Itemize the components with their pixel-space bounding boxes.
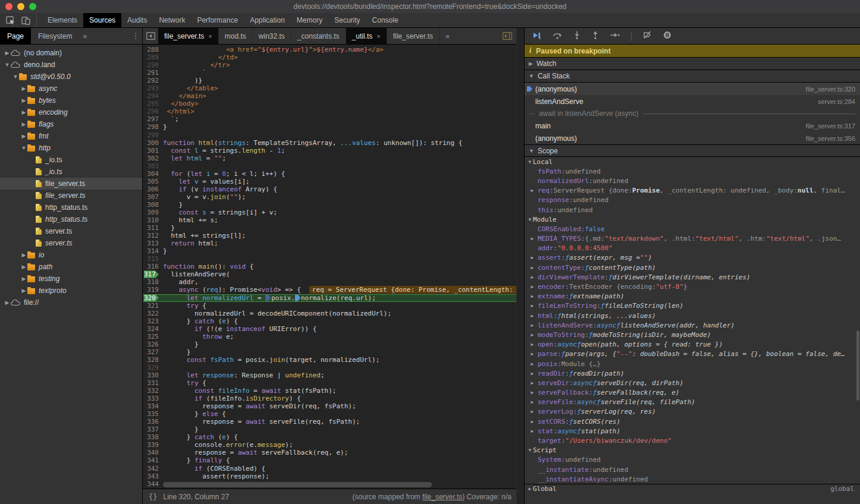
editor-tab-mod-ts[interactable]: mod.ts — [219, 28, 253, 44]
code-line-288[interactable]: 288 <a href="${entry.url}">${entry.name}… — [143, 46, 516, 53]
scope-variable-serveDir[interactable]: ▶serveDir: async ƒ serveDir(req, dirPath… — [525, 378, 860, 388]
collapsed-triangle-icon[interactable]: ▶ — [20, 276, 27, 282]
expanded-triangle-icon[interactable]: ▼ — [527, 217, 533, 222]
code-line-338[interactable]: 338 } catch (e) { — [143, 433, 516, 441]
collapsed-triangle-icon[interactable]: ▶ — [527, 255, 538, 260]
scope-variable-addr[interactable]: addr: "0.0.0.0:4500" — [525, 244, 860, 253]
expanded-triangle-icon[interactable]: ▼ — [527, 159, 533, 165]
collapsed-triangle-icon[interactable]: ▶ — [20, 121, 27, 127]
code-line-341[interactable]: 341 } finally { — [143, 456, 516, 464]
collapsed-triangle-icon[interactable]: ▶ — [20, 252, 27, 258]
code-line-292[interactable]: 292 )} — [143, 77, 516, 84]
scope-variable-contentType[interactable]: ▶contentType: ƒ contentType(path) — [525, 263, 860, 272]
code-line-303[interactable]: 303 — [143, 162, 516, 170]
code-line-304[interactable]: 304 for (let i = 0; i < l; i++) { — [143, 170, 516, 178]
collapsed-triangle-icon[interactable]: ▶ — [4, 50, 11, 56]
code-editor[interactable]: 288 <a href="${entry.url}">${entry.name}… — [143, 45, 516, 489]
collapsed-triangle-icon[interactable]: ▶ — [20, 133, 27, 139]
code-line-312[interactable]: 312 html += strings[l]; — [143, 232, 516, 240]
tree-item-flags[interactable]: ▶flags — [0, 118, 142, 130]
code-line-325[interactable]: 325 throw e; — [143, 333, 516, 341]
code-line-339[interactable]: 339 console.error(e.message); — [143, 441, 516, 449]
scope-variable-listenAndServe[interactable]: ▶listenAndServe: async ƒ listenAndServe(… — [525, 320, 860, 330]
scope-variable-setCORS[interactable]: ▶setCORS: ƒ setCORS(res) — [525, 417, 860, 426]
tab-elements[interactable]: Elements — [42, 13, 83, 27]
scope-group-script[interactable]: ▼Script — [525, 446, 860, 455]
code-line-319[interactable]: 319 async (req): Promise<void> => {req =… — [143, 286, 516, 294]
scope-variable-normalizedUrl[interactable]: normalizedUrl: undefined — [525, 176, 860, 185]
tree-item-http[interactable]: ▼http — [0, 142, 142, 154]
collapsed-triangle-icon[interactable]: ▶ — [527, 236, 538, 241]
code-line-323[interactable]: 323 } catch (e) { — [143, 317, 516, 325]
expanded-triangle-icon[interactable]: ▼ — [20, 145, 27, 151]
code-line-291[interactable]: 291 ` — [143, 69, 516, 77]
tab-filesystem[interactable]: Filesystem — [31, 28, 79, 44]
editor-tab-win32-ts[interactable]: win32.ts — [253, 28, 291, 44]
code-line-327[interactable]: 327 } — [143, 348, 516, 356]
toggle-debugger-sidebar-icon[interactable] — [498, 28, 516, 44]
code-line-318[interactable]: 318 addr, — [143, 278, 516, 286]
tab-performance[interactable]: Performance — [191, 13, 244, 27]
collapsed-triangle-icon[interactable]: ▶ — [527, 284, 538, 289]
callstack-frame[interactable]: mainfile_server.ts:317 — [525, 119, 860, 132]
horizontal-scrollbar[interactable] — [163, 482, 432, 487]
scope-variable-this[interactable]: this: undefined — [525, 205, 860, 215]
inline-breakpoint-marker-icon[interactable] — [265, 295, 271, 301]
collapsed-triangle-icon[interactable]: ▶ — [527, 332, 538, 338]
tree-item-file-server-ts[interactable]: file_server.ts — [0, 178, 142, 190]
collapsed-triangle-icon[interactable]: ▶ — [20, 86, 27, 92]
code-line-320[interactable]: 320 let normalizedUrl = posix.normalize(… — [143, 294, 516, 302]
code-line-299[interactable]: 299 — [143, 131, 516, 139]
code-line-296[interactable]: 296 </html> — [143, 108, 516, 115]
tree-item-deno-land[interactable]: ▼deno.land — [0, 59, 142, 71]
tree-item-file-[interactable]: ▶file:// — [0, 297, 142, 308]
more-tabs-chevron[interactable]: » — [79, 28, 90, 44]
scope-variable-serveFallback[interactable]: ▶serveFallback: ƒ serveFallback(req, e) — [525, 388, 860, 398]
collapsed-triangle-icon[interactable]: ▶ — [527, 399, 538, 405]
collapsed-triangle-icon[interactable]: ▶ — [4, 300, 11, 305]
code-line-324[interactable]: 324 if (!(e instanceof URIError)) { — [143, 325, 516, 333]
tree-item-server-ts[interactable]: server.ts — [0, 225, 142, 237]
code-line-332[interactable]: 332 const fileInfo = await stat(fsPath); — [143, 387, 516, 395]
scope-variable-System[interactable]: System: undefined — [525, 455, 860, 465]
tree-item-fmt[interactable]: ▶fmt — [0, 130, 142, 142]
collapsed-triangle-icon[interactable]: ▶ — [20, 264, 27, 270]
scope-variable-html[interactable]: ▶html: ƒ html(strings, ...values) — [525, 311, 860, 320]
code-line-331[interactable]: 331 try { — [143, 379, 516, 387]
scope-variable-CORSEnabled[interactable]: CORSEnabled: false — [525, 224, 860, 234]
collapsed-triangle-icon[interactable]: ▶ — [527, 294, 538, 299]
code-line-322[interactable]: 322 normalizedUrl = decodeURIComponent(n… — [143, 310, 516, 317]
tree-item-http-status-ts[interactable]: http_status.ts — [0, 201, 142, 213]
collapsed-triangle-icon[interactable]: ▶ — [527, 409, 538, 414]
code-line-298[interactable]: 298} — [143, 123, 516, 131]
navigator-menu-icon[interactable]: ⋮ — [129, 28, 142, 44]
scope-section-header[interactable]: ▼ Scope — [525, 144, 860, 157]
callstack-frame[interactable]: listenAndServeserver.ts:284 — [525, 95, 860, 108]
close-tab-icon[interactable]: × — [376, 33, 380, 40]
scope-variable-stat[interactable]: ▶stat: async ƒ stat(path) — [525, 426, 860, 436]
collapsed-triangle-icon[interactable]: ▶ — [527, 323, 538, 328]
collapsed-triangle-icon[interactable]: ▶ — [20, 288, 27, 294]
scope-variable-encoder[interactable]: ▶encoder: TextEncoder {encoding: "utf-8"… — [525, 282, 860, 291]
tree-item-std-v0-50-0[interactable]: ▼std@v0.50.0 — [0, 71, 142, 83]
collapsed-triangle-icon[interactable]: ▶ — [527, 390, 538, 395]
tree-item-bytes[interactable]: ▶bytes — [0, 94, 142, 106]
code-line-330[interactable]: 330 let response: Response | undefined; — [143, 371, 516, 379]
step-icon[interactable] — [610, 31, 620, 42]
code-line-297[interactable]: 297 `; — [143, 115, 516, 123]
code-line-317[interactable]: 317 listenAndServe( — [143, 270, 516, 278]
collapsed-triangle-icon[interactable]: ▶ — [527, 429, 538, 434]
inspect-element-icon[interactable] — [6, 16, 15, 25]
deactivate-breakpoints-icon[interactable] — [643, 31, 652, 42]
device-toolbar-icon[interactable] — [21, 16, 30, 25]
code-line-329[interactable]: 329 — [143, 364, 516, 371]
scope-variable-parse[interactable]: ▶parse: ƒ parse(args, { "--": doubleDash… — [525, 349, 860, 359]
tab-sources[interactable]: Sources — [83, 13, 121, 27]
collapsed-triangle-icon[interactable]: ▶ — [527, 361, 538, 367]
pretty-print-icon[interactable]: {} — [149, 493, 157, 501]
collapsed-triangle-icon[interactable]: ▶ — [527, 275, 538, 280]
tab-security[interactable]: Security — [328, 13, 366, 27]
scope-variable-fileLenToString[interactable]: ▶fileLenToString: ƒ fileLenToString(len) — [525, 301, 860, 311]
tab-application[interactable]: Application — [244, 13, 291, 27]
collapsed-triangle-icon[interactable]: ▶ — [527, 303, 538, 308]
